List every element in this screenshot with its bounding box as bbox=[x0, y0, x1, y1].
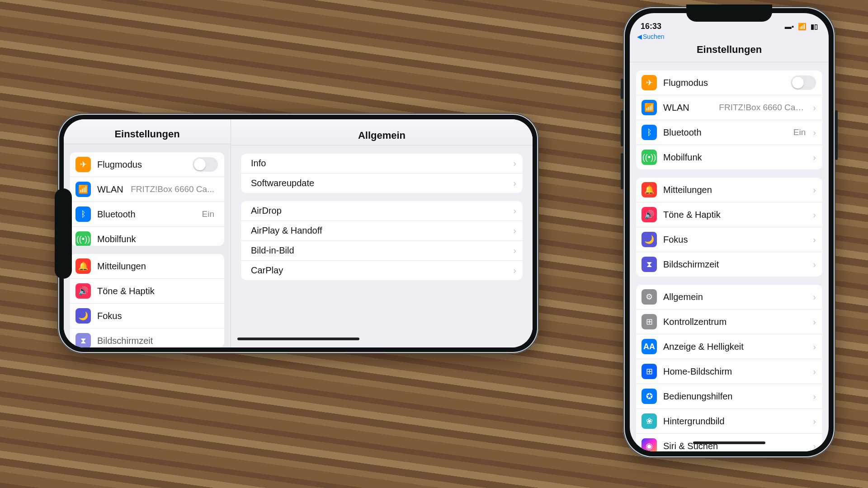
notch bbox=[686, 5, 772, 22]
bluetooth-label: Bluetooth bbox=[663, 127, 702, 138]
screentime-icon: ⧗ bbox=[642, 257, 657, 272]
wlan-label: WLAN bbox=[97, 184, 123, 195]
chevron-right-icon: › bbox=[509, 265, 516, 276]
settings-group-notifications: 🔔 Mitteilungen › 🔊 Töne & Haptik › 🌙 Fok… bbox=[636, 178, 822, 277]
airplane-label: Flugmodus bbox=[663, 78, 708, 88]
row-notifications[interactable]: 🔔 Mitteilungen bbox=[70, 254, 224, 278]
cellular-icon: ((•)) bbox=[75, 231, 91, 246]
focus-icon: 🌙 bbox=[642, 232, 657, 247]
mute-switch bbox=[621, 79, 623, 99]
side-button bbox=[835, 110, 838, 160]
page-title: Einstellungen bbox=[630, 40, 829, 62]
control-center-icon: ⊞ bbox=[642, 314, 657, 329]
row-home-screen[interactable]: ⊞ Home-Bildschirm › bbox=[636, 359, 822, 384]
row-general[interactable]: ⚙ Allgemein › bbox=[636, 285, 822, 309]
row-airplane-mode[interactable]: ✈ Flugmodus bbox=[70, 152, 224, 177]
row-sounds[interactable]: 🔊 Töne & Haptik bbox=[70, 278, 224, 303]
row-focus[interactable]: 🌙 Fokus bbox=[70, 303, 224, 328]
chevron-right-icon: › bbox=[809, 441, 816, 451]
wallpaper-label: Hintergrundbild bbox=[663, 416, 725, 427]
row-wlan[interactable]: 📶 WLAN FRITZ!Box 6660 Cable BL › bbox=[636, 95, 822, 120]
focus-icon: 🌙 bbox=[75, 308, 91, 324]
row-screentime[interactable]: ⧗ Bildschirmzeit bbox=[70, 328, 224, 347]
home-screen-icon: ⊞ bbox=[642, 364, 657, 379]
row-carplay[interactable]: CarPlay › bbox=[241, 260, 523, 280]
wifi-signal-icon: 📶 bbox=[798, 23, 807, 30]
settings-scroll[interactable]: ✈ Flugmodus 📶 WLAN FRITZ!Box 6660 Cable … bbox=[630, 70, 829, 451]
chevron-right-icon: › bbox=[809, 185, 816, 195]
sounds-label: Töne & Haptik bbox=[97, 286, 155, 296]
screen-portrait: 16:33 ▬▪ 📶 ▮▯ ◀ Suchen Einstellungen ✈ F… bbox=[630, 13, 829, 451]
general-label: Allgemein bbox=[663, 292, 703, 302]
chevron-right-icon: › bbox=[509, 178, 516, 188]
row-airplay[interactable]: AirPlay & Handoff › bbox=[241, 221, 523, 240]
back-label: Suchen bbox=[643, 33, 664, 40]
chevron-right-icon: › bbox=[809, 152, 816, 163]
airplane-icon: ✈ bbox=[642, 75, 657, 90]
battery-icon: ▮▯ bbox=[811, 23, 818, 30]
display-label: Anzeige & Helligkeit bbox=[663, 342, 744, 352]
chevron-right-icon: › bbox=[809, 259, 816, 270]
settings-group-connectivity: ✈ Flugmodus 📶 WLAN FRITZ!Box 6660 Ca... … bbox=[70, 152, 224, 246]
row-about[interactable]: Info › bbox=[241, 154, 523, 173]
home-indicator[interactable] bbox=[237, 338, 359, 340]
chevron-right-icon: › bbox=[509, 158, 516, 169]
wlan-value: FRITZ!Box 6660 Cable BL bbox=[719, 103, 809, 113]
row-cellular[interactable]: ((•)) Mobilfunk bbox=[70, 226, 224, 246]
back-button[interactable]: ◀ Suchen bbox=[630, 32, 829, 40]
row-airplane-mode[interactable]: ✈ Flugmodus bbox=[636, 70, 822, 95]
row-pip[interactable]: Bild-in-Bild › bbox=[241, 240, 523, 260]
bluetooth-value: Ein bbox=[793, 127, 809, 137]
row-wlan[interactable]: 📶 WLAN FRITZ!Box 6660 Ca... bbox=[70, 177, 224, 202]
screen-landscape: Einstellungen ✈ Flugmodus 📶 WLAN FRITZ!B… bbox=[64, 119, 533, 347]
siri-icon: ◉ bbox=[642, 438, 657, 451]
home-indicator[interactable] bbox=[693, 441, 765, 444]
airplane-toggle[interactable] bbox=[193, 157, 218, 172]
bluetooth-icon: ᛒ bbox=[642, 125, 657, 140]
bluetooth-label: Bluetooth bbox=[97, 209, 136, 220]
airplane-label: Flugmodus bbox=[97, 160, 142, 170]
pip-label: Bild-in-Bild bbox=[251, 245, 294, 256]
focus-label: Fokus bbox=[663, 235, 688, 245]
chevron-right-icon: › bbox=[809, 235, 816, 245]
row-focus[interactable]: 🌙 Fokus › bbox=[636, 227, 822, 252]
chevron-right-icon: › bbox=[809, 103, 816, 113]
wifi-icon: 📶 bbox=[642, 100, 657, 115]
iphone-portrait: 16:33 ▬▪ 📶 ▮▯ ◀ Suchen Einstellungen ✈ F… bbox=[623, 6, 835, 458]
sounds-label: Töne & Haptik bbox=[663, 210, 721, 220]
settings-group-notifications: 🔔 Mitteilungen 🔊 Töne & Haptik 🌙 Fokus ⧗… bbox=[70, 254, 224, 347]
row-notifications[interactable]: 🔔 Mitteilungen › bbox=[636, 178, 822, 202]
home-label: Home-Bildschirm bbox=[663, 366, 732, 377]
settings-master-column: Einstellungen ✈ Flugmodus 📶 WLAN FRITZ!B… bbox=[64, 119, 231, 347]
status-indicators: ▬▪ 📶 ▮▯ bbox=[783, 22, 818, 31]
row-airdrop[interactable]: AirDrop › bbox=[241, 201, 523, 221]
airplane-toggle[interactable] bbox=[791, 75, 816, 90]
display-icon: AA bbox=[642, 339, 657, 354]
chevron-right-icon: › bbox=[509, 245, 516, 256]
notifications-icon: 🔔 bbox=[642, 182, 657, 197]
row-sounds[interactable]: 🔊 Töne & Haptik › bbox=[636, 202, 822, 227]
wallpaper-icon: ❀ bbox=[642, 413, 657, 429]
chevron-right-icon: › bbox=[509, 225, 516, 236]
sounds-icon: 🔊 bbox=[642, 207, 657, 222]
screentime-label: Bildschirmzeit bbox=[663, 259, 719, 270]
screentime-icon: ⧗ bbox=[75, 333, 91, 347]
row-wallpaper[interactable]: ❀ Hintergrundbild › bbox=[636, 408, 822, 433]
row-screentime[interactable]: ⧗ Bildschirmzeit › bbox=[636, 252, 822, 277]
notifications-icon: 🔔 bbox=[75, 258, 91, 274]
row-bluetooth[interactable]: ᛒ Bluetooth Ein › bbox=[636, 120, 822, 145]
about-label: Info bbox=[251, 158, 266, 169]
update-label: Softwareupdate bbox=[251, 178, 314, 188]
row-softwareupdate[interactable]: Softwareupdate › bbox=[241, 173, 523, 193]
row-control-center[interactable]: ⊞ Kontrollzentrum › bbox=[636, 309, 822, 334]
row-bluetooth[interactable]: ᛒ Bluetooth Ein bbox=[70, 202, 224, 226]
master-title: Einstellungen bbox=[64, 119, 231, 144]
airplane-icon: ✈ bbox=[75, 157, 91, 172]
settings-group-general: ⚙ Allgemein › ⊞ Kontrollzentrum › AA Anz… bbox=[636, 285, 822, 451]
chevron-right-icon: › bbox=[509, 206, 516, 216]
chevron-right-icon: › bbox=[809, 416, 816, 427]
row-accessibility[interactable]: ✪ Bedienungshilfen › bbox=[636, 384, 822, 408]
row-cellular[interactable]: ((•)) Mobilfunk › bbox=[636, 145, 822, 169]
row-display[interactable]: AA Anzeige & Helligkeit › bbox=[636, 334, 822, 359]
carplay-label: CarPlay bbox=[251, 265, 283, 276]
